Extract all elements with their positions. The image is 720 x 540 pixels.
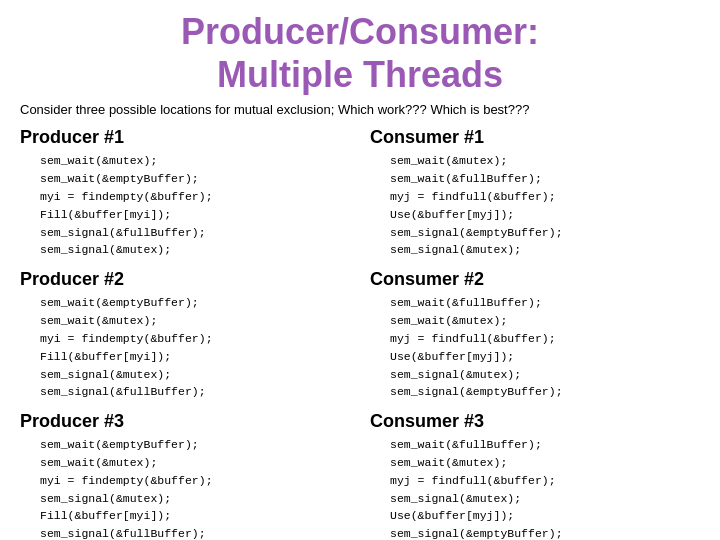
main-title: Producer/Consumer: Multiple Threads <box>20 10 700 96</box>
subtitle: Consider three possible locations for mu… <box>20 102 700 117</box>
c1-line-5: sem_signal(&emptyBuffer); <box>390 224 700 242</box>
producer-3-group: Producer #3 sem_wait(&emptyBuffer); sem_… <box>20 411 350 540</box>
producer-1-group: Producer #1 sem_wait(&mutex); sem_wait(&… <box>20 127 350 259</box>
c1-line-6: sem_signal(&mutex); <box>390 241 700 259</box>
c2-line-3: myj = findfull(&buffer); <box>390 330 700 348</box>
consumer-column: Consumer #1 sem_wait(&mutex); sem_wait(&… <box>370 127 700 540</box>
producer-2-code: sem_wait(&emptyBuffer); sem_wait(&mutex)… <box>40 294 350 401</box>
c1-line-4: Use(&buffer[myj]); <box>390 206 700 224</box>
p2-line-3: myi = findempty(&buffer); <box>40 330 350 348</box>
consumer-1-title: Consumer #1 <box>370 127 700 148</box>
columns: Producer #1 sem_wait(&mutex); sem_wait(&… <box>20 127 700 540</box>
c2-line-6: sem_signal(&emptyBuffer); <box>390 383 700 401</box>
consumer-1-code: sem_wait(&mutex); sem_wait(&fullBuffer);… <box>390 152 700 259</box>
p3-line-4: sem_signal(&mutex); <box>40 490 350 508</box>
p3-line-3: myi = findempty(&buffer); <box>40 472 350 490</box>
p1-line-5: sem_signal(&fullBuffer); <box>40 224 350 242</box>
p2-line-2: sem_wait(&mutex); <box>40 312 350 330</box>
c1-line-2: sem_wait(&fullBuffer); <box>390 170 700 188</box>
consumer-2-title: Consumer #2 <box>370 269 700 290</box>
consumer-3-group: Consumer #3 sem_wait(&fullBuffer); sem_w… <box>370 411 700 540</box>
p2-line-5: sem_signal(&mutex); <box>40 366 350 384</box>
p1-line-6: sem_signal(&mutex); <box>40 241 350 259</box>
c3-line-5: Use(&buffer[myj]); <box>390 507 700 525</box>
consumer-2-code: sem_wait(&fullBuffer); sem_wait(&mutex);… <box>390 294 700 401</box>
c3-line-4: sem_signal(&mutex); <box>390 490 700 508</box>
c3-line-2: sem_wait(&mutex); <box>390 454 700 472</box>
page: Producer/Consumer: Multiple Threads Cons… <box>0 0 720 540</box>
c3-line-3: myj = findfull(&buffer); <box>390 472 700 490</box>
consumer-3-code: sem_wait(&fullBuffer); sem_wait(&mutex);… <box>390 436 700 540</box>
producer-2-group: Producer #2 sem_wait(&emptyBuffer); sem_… <box>20 269 350 401</box>
c2-line-4: Use(&buffer[myj]); <box>390 348 700 366</box>
c1-line-1: sem_wait(&mutex); <box>390 152 700 170</box>
p1-line-3: myi = findempty(&buffer); <box>40 188 350 206</box>
consumer-2-group: Consumer #2 sem_wait(&fullBuffer); sem_w… <box>370 269 700 401</box>
p2-line-4: Fill(&buffer[myi]); <box>40 348 350 366</box>
c2-line-1: sem_wait(&fullBuffer); <box>390 294 700 312</box>
p2-line-1: sem_wait(&emptyBuffer); <box>40 294 350 312</box>
producer-2-title: Producer #2 <box>20 269 350 290</box>
p3-line-1: sem_wait(&emptyBuffer); <box>40 436 350 454</box>
c3-line-1: sem_wait(&fullBuffer); <box>390 436 700 454</box>
c2-line-2: sem_wait(&mutex); <box>390 312 700 330</box>
p3-line-2: sem_wait(&mutex); <box>40 454 350 472</box>
producer-1-title: Producer #1 <box>20 127 350 148</box>
consumer-3-title: Consumer #3 <box>370 411 700 432</box>
p1-line-4: Fill(&buffer[myi]); <box>40 206 350 224</box>
consumer-1-group: Consumer #1 sem_wait(&mutex); sem_wait(&… <box>370 127 700 259</box>
producer-1-code: sem_wait(&mutex); sem_wait(&emptyBuffer)… <box>40 152 350 259</box>
producer-column: Producer #1 sem_wait(&mutex); sem_wait(&… <box>20 127 350 540</box>
p3-line-5: Fill(&buffer[myi]); <box>40 507 350 525</box>
p3-line-6: sem_signal(&fullBuffer); <box>40 525 350 540</box>
c3-line-6: sem_signal(&emptyBuffer); <box>390 525 700 540</box>
c2-line-5: sem_signal(&mutex); <box>390 366 700 384</box>
p2-line-6: sem_signal(&fullBuffer); <box>40 383 350 401</box>
p1-line-1: sem_wait(&mutex); <box>40 152 350 170</box>
producer-3-code: sem_wait(&emptyBuffer); sem_wait(&mutex)… <box>40 436 350 540</box>
p1-line-2: sem_wait(&emptyBuffer); <box>40 170 350 188</box>
producer-3-title: Producer #3 <box>20 411 350 432</box>
c1-line-3: myj = findfull(&buffer); <box>390 188 700 206</box>
